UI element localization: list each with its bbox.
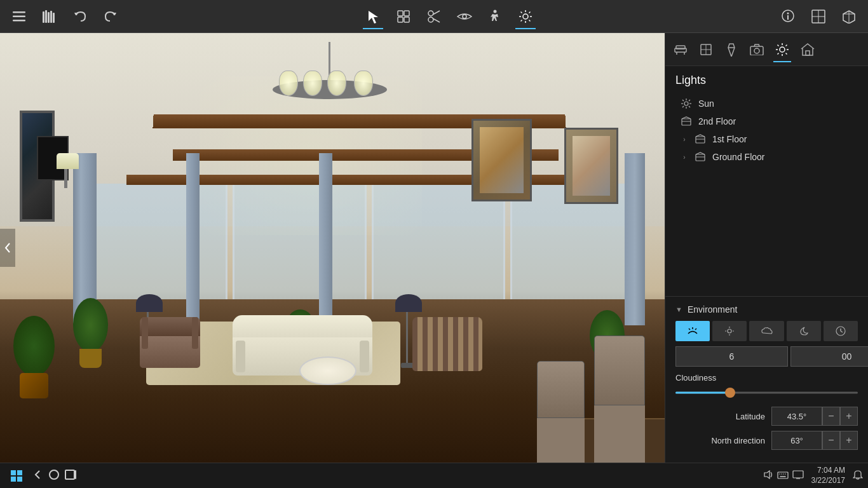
sunny-button[interactable] [712,321,747,341]
svg-rect-5 [48,12,50,23]
svg-rect-82 [17,470,22,475]
build-button[interactable] [390,3,417,30]
circle-taskbar-button[interactable] [48,469,60,483]
view2d-button[interactable] [804,3,832,30]
svg-point-17 [494,10,497,13]
notification-icon[interactable] [853,470,863,482]
svg-rect-3 [43,11,44,23]
scissors-button[interactable] [420,3,448,30]
svg-line-52 [778,53,779,54]
system-notification-area [763,470,804,481]
start-button[interactable] [5,464,28,487]
select-tool-button[interactable] [359,3,387,30]
slider-thumb[interactable] [725,388,735,398]
north-direction-minus-button[interactable]: − [822,431,840,450]
library-button[interactable] [36,3,64,30]
light-tool-button[interactable] [770,36,795,64]
info-button[interactable] [774,3,802,30]
latitude-plus-button[interactable]: + [840,407,858,426]
svg-line-23 [521,11,522,13]
svg-point-16 [463,15,466,18]
svg-line-53 [786,44,787,46]
keyboard-icon[interactable] [777,471,789,481]
time-input-row: AM [675,346,858,367]
minute-input[interactable] [790,346,868,367]
light-item-sun[interactable]: Sun [675,95,858,112]
svg-point-13 [428,17,433,22]
light-item-2nd-floor[interactable]: 2nd Floor [675,112,858,130]
cloudiness-label: Cloudiness [675,373,858,383]
svg-point-55 [684,102,688,105]
light-item-1st-floor[interactable]: › 1st Floor [675,130,858,148]
hour-input[interactable] [675,346,788,367]
dining-chair-1 [537,361,585,463]
svg-rect-1 [13,15,25,17]
svg-point-45 [780,47,785,52]
2nd-floor-label: 2nd Floor [698,116,736,126]
svg-rect-54 [806,51,810,55]
eye-button[interactable] [451,3,478,30]
screen-icon[interactable] [792,470,804,481]
paint-tool-button[interactable] [719,36,744,64]
cloudy-button[interactable] [749,321,783,341]
1st-floor-expand-arrow[interactable]: › [681,136,688,143]
chandelier-light-4 [354,71,373,96]
painting-right-2 [564,128,618,204]
panel-spacer [665,173,868,296]
speakers-icon[interactable] [763,470,773,481]
clock-display: 7:04 AM 3/22/2017 [811,466,845,485]
build-tool-button[interactable] [693,36,719,64]
env-collapse-icon[interactable]: ▼ [675,306,682,313]
view-taskbar-button[interactable] [65,470,76,482]
furniture-tool-button[interactable] [668,36,693,64]
svg-rect-87 [75,470,76,479]
plant-large [73,298,108,368]
back-taskbar-button[interactable] [33,470,43,482]
main-viewport[interactable] [0,33,665,463]
sun-button[interactable] [512,3,539,30]
panel-toolbar [665,33,868,66]
north-direction-row: North direction − + [675,431,858,450]
svg-point-44 [754,48,759,53]
svg-rect-10 [398,17,403,22]
redo-button[interactable] [97,3,125,30]
svg-rect-0 [13,11,25,13]
night-button[interactable] [787,321,821,341]
latitude-minus-button[interactable]: − [822,407,840,426]
ground-floor-expand-arrow[interactable]: › [681,154,688,161]
cloudiness-slider[interactable] [675,386,858,399]
svg-point-12 [428,11,433,16]
undo-button[interactable] [66,3,94,30]
svg-line-50 [778,44,779,46]
svg-point-85 [50,470,58,479]
menu-button[interactable] [5,3,33,30]
walk-button[interactable] [481,3,509,30]
chandelier-light-2 [303,71,322,96]
armchair-right [412,317,482,368]
svg-line-51 [786,53,787,54]
lights-section: Lights Sun [665,66,868,173]
chandelier-base [273,80,387,99]
nav-arrow-left[interactable] [0,229,15,267]
sunrise-button[interactable] [675,321,710,341]
painting-right-1 [471,119,532,201]
light-item-ground-floor[interactable]: › Ground Floor [675,148,858,166]
curtain-right-1 [625,153,644,325]
room-scene [0,33,665,463]
house-tool-button[interactable] [795,36,820,64]
svg-rect-11 [404,17,409,22]
latitude-input[interactable] [771,407,822,426]
right-panel: Lights Sun [665,33,868,463]
svg-line-60 [682,100,684,101]
svg-line-24 [529,20,531,21]
camera-tool-button[interactable] [744,36,770,64]
svg-rect-88 [778,472,788,478]
view3d-button[interactable] [835,3,863,30]
north-direction-input[interactable] [771,431,822,450]
slider-track [675,392,858,394]
north-direction-plus-button[interactable]: + [840,431,858,450]
taskbar-right: 7:04 AM 3/22/2017 [763,466,863,485]
curtain-center-1 [186,153,200,325]
clock-button[interactable] [824,321,858,341]
environment-title-row[interactable]: ▼ Environment [675,304,858,315]
